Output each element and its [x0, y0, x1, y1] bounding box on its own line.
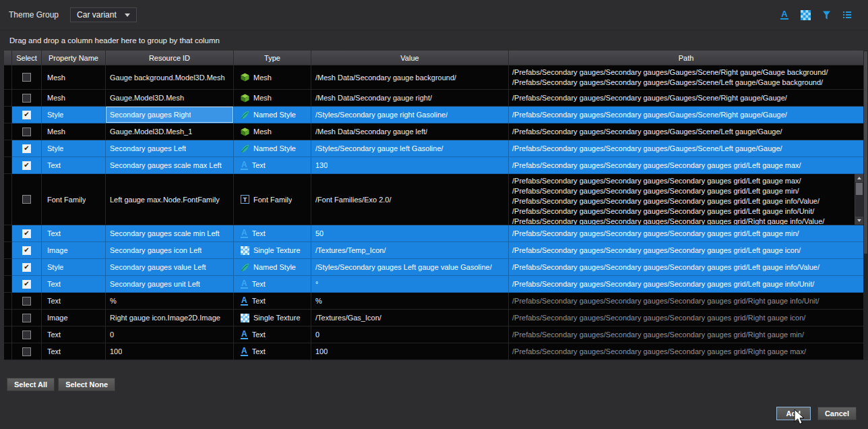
column-header-path[interactable]: Path	[509, 51, 863, 65]
path-cell: /Prefabs/Secondary gauges/Secondary gaug…	[509, 242, 863, 259]
column-header-type[interactable]: Type	[234, 51, 311, 65]
type-cell: Mesh	[234, 90, 311, 107]
column-header-property-name[interactable]: Property Name	[42, 51, 106, 65]
value-cell: 0	[311, 326, 509, 343]
path-cell: /Prefabs/Secondary gauges/Secondary gaug…	[509, 174, 863, 225]
row-checkbox[interactable]: ✔	[22, 161, 31, 170]
path-cell-scrollbar[interactable]	[855, 174, 863, 225]
row-gutter	[4, 343, 12, 360]
property-name-cell: Text	[42, 326, 106, 343]
row-checkbox[interactable]	[22, 127, 31, 136]
row-checkbox[interactable]	[22, 331, 31, 339]
column-header-select[interactable]: Select	[12, 51, 42, 65]
row-select-cell[interactable]: ✔	[12, 107, 42, 123]
row-gutter	[4, 174, 12, 225]
value-cell: /Styles/Secondary gauge right Gasoline/	[311, 107, 509, 123]
text-icon: A	[241, 161, 248, 170]
scroll-down-icon[interactable]	[855, 217, 863, 225]
row-checkbox[interactable]: ✔	[22, 229, 31, 238]
table-scrollbar[interactable]	[863, 51, 868, 360]
type-cell: Single Texture	[234, 310, 311, 326]
row-checkbox[interactable]: ✔	[22, 111, 31, 119]
scrollbar-thumb[interactable]	[864, 51, 867, 254]
row-select-cell[interactable]	[12, 326, 42, 343]
top-toolbar: Theme Group Car variant A	[0, 0, 868, 30]
table-body: MeshGauge background.Model3D.MeshMesh/Me…	[4, 65, 863, 360]
row-select-cell[interactable]	[12, 90, 42, 107]
type-cell: Single Texture	[234, 242, 311, 259]
row-gutter	[4, 107, 12, 123]
row-select-cell[interactable]	[12, 310, 42, 326]
row-select-cell[interactable]	[12, 293, 42, 310]
dialog-action-buttons: Add Cancel	[776, 407, 857, 420]
font-tool-icon[interactable]: A	[778, 8, 791, 22]
row-checkbox[interactable]	[22, 73, 31, 82]
row-select-cell[interactable]	[12, 65, 42, 90]
row-checkbox[interactable]: ✔	[22, 144, 31, 153]
resource-id-cell: Secondary gauges value Left	[106, 259, 234, 276]
value-cell: /Textures/Temp_Icon/	[311, 242, 509, 259]
row-select-cell[interactable]: ✔	[12, 276, 42, 293]
table-row[interactable]: ImageRight gauge icon.Image2D.ImageSingl…	[4, 310, 863, 326]
row-checkbox[interactable]	[22, 94, 31, 103]
row-select-cell[interactable]	[12, 343, 42, 360]
table-row[interactable]: ✔TextSecondary gauges scale max LeftATex…	[4, 157, 863, 174]
type-cell: Named Style	[234, 140, 311, 157]
resource-id-cell: 0	[106, 326, 234, 343]
select-none-button[interactable]: Select None	[58, 378, 115, 391]
single-texture-icon	[241, 314, 249, 322]
column-header-resource-id[interactable]: Resource ID	[106, 51, 234, 65]
value-cell: %	[311, 293, 509, 310]
table-row[interactable]: ✔TextSecondary gauges unit LeftAText°/Pr…	[4, 276, 863, 293]
row-gutter	[4, 225, 12, 242]
row-select-cell[interactable]	[12, 174, 42, 225]
value-cell: /Styles/Secondary gauge left Gasoline/	[311, 140, 509, 157]
scroll-up-icon[interactable]	[855, 174, 863, 182]
filter-tool-icon[interactable]	[819, 8, 833, 22]
path-cell: /Prefabs/Secondary gauges/Secondary gaug…	[509, 140, 863, 157]
column-header-value[interactable]: Value	[311, 51, 509, 65]
table-row[interactable]: ✔StyleSecondary gauges RightNamed Style/…	[4, 107, 863, 123]
row-checkbox[interactable]: ✔	[22, 246, 31, 255]
value-cell: 50	[311, 225, 509, 242]
row-select-cell[interactable]: ✔	[12, 157, 42, 174]
type-cell: AText	[234, 225, 311, 242]
row-gutter	[4, 293, 12, 310]
row-gutter	[4, 90, 12, 107]
row-checkbox[interactable]	[22, 297, 31, 306]
row-checkbox[interactable]	[22, 347, 31, 356]
select-all-button[interactable]: Select All	[7, 378, 55, 391]
scrollbar-track[interactable]	[855, 182, 863, 217]
theme-group-label: Theme Group	[9, 10, 59, 20]
path-line: /Prefabs/Secondary gauges/Secondary gaug…	[512, 78, 823, 88]
resource-id-cell: %	[106, 293, 234, 310]
row-select-cell[interactable]: ✔	[12, 259, 42, 276]
row-select-cell[interactable]: ✔	[12, 225, 42, 242]
row-select-cell[interactable]: ✔	[12, 140, 42, 157]
list-tool-icon[interactable]	[840, 8, 854, 22]
row-select-cell[interactable]	[12, 123, 42, 140]
table-row[interactable]: ✔TextSecondary gauges scale min LeftATex…	[4, 225, 863, 242]
table-row[interactable]: MeshGauge.Model3D.MeshMesh/Mesh Data/Sec…	[4, 90, 863, 107]
row-checkbox[interactable]: ✔	[22, 263, 31, 272]
table-row[interactable]: Text0AText0/Prefabs/Secondary gauges/Sec…	[4, 326, 863, 343]
table-row[interactable]: ✔StyleSecondary gauges LeftNamed Style/S…	[4, 140, 863, 157]
single-texture-icon	[241, 246, 249, 255]
row-select-cell[interactable]: ✔	[12, 242, 42, 259]
table-row[interactable]: MeshGauge.Model3D.Mesh_1Mesh/Mesh Data/S…	[4, 123, 863, 140]
table-row[interactable]: MeshGauge background.Model3D.MeshMesh/Me…	[4, 65, 863, 90]
texture-tool-icon[interactable]	[799, 8, 812, 22]
scrollbar-thumb[interactable]	[856, 183, 863, 195]
group-by-drop-zone[interactable]: Drag and drop a column header here to gr…	[0, 30, 868, 51]
row-gutter	[4, 326, 12, 343]
table-row[interactable]: Font FamilyLeft gauge max.Node.FontFamil…	[4, 174, 863, 225]
variant-dropdown[interactable]: Car variant	[70, 7, 137, 22]
table-row[interactable]: Text%AText%/Prefabs/Secondary gauges/Sec…	[4, 293, 863, 310]
row-checkbox[interactable]	[22, 195, 31, 204]
table-row[interactable]: ✔ImageSecondary gauges icon LeftSingle T…	[4, 242, 863, 259]
row-checkbox[interactable]: ✔	[22, 280, 31, 289]
table-row[interactable]: Text100AText100/Prefabs/Secondary gauges…	[4, 343, 863, 360]
row-checkbox[interactable]	[22, 314, 31, 322]
table-row[interactable]: ✔StyleSecondary gauges value LeftNamed S…	[4, 259, 863, 276]
cancel-button[interactable]: Cancel	[817, 407, 857, 420]
